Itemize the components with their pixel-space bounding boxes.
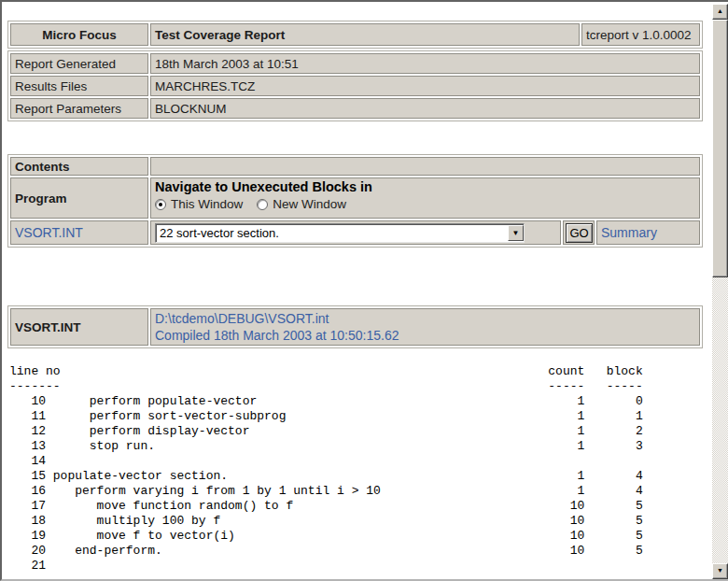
program-row: Program Navigate to Unexecuted Blocks in… [10, 177, 700, 219]
radio-new-window[interactable] [257, 199, 268, 210]
contents-bar-filler [150, 157, 700, 176]
arrow-down-icon: ▼ [717, 567, 723, 574]
page-title: Test Coverage Report [150, 23, 580, 46]
table-row: Report Parameters BLOCKNUM [10, 98, 700, 119]
program-nav-row: VSORT.INT 22 sort-vector section. ▼ GO S… [10, 220, 700, 245]
brand-logo: Micro Focus [10, 23, 148, 46]
program-section-row: VSORT.INT D:\tcdemo\DEBUG\VSORT.int Comp… [10, 308, 700, 346]
contents-table: Contents Program Navigate to Unexecuted … [7, 154, 703, 248]
program-link[interactable]: VSORT.INT [15, 225, 83, 240]
radio-new-window-label[interactable]: New Window [273, 197, 346, 211]
code-listing: line no count block ------- ----- ----- … [9, 364, 712, 574]
summary-cell: Summary [596, 220, 700, 245]
contents-bar-row: Contents [10, 157, 700, 176]
arrow-up-icon: ▲ [717, 7, 723, 14]
program-compiled-label: Compiled 18th March 2003 at 10:50:15.62 [155, 327, 695, 344]
version-label: tcreport v 1.0.0002 [581, 23, 700, 46]
block-select[interactable]: 22 sort-vector section. ▼ [155, 223, 525, 243]
report-generated-label: Report Generated [10, 53, 148, 74]
report-header-table: Micro Focus Test Coverage Report tcrepor… [7, 21, 703, 49]
program-column-heading: Program [10, 177, 148, 219]
program-link-cell: VSORT.INT [10, 220, 148, 245]
table-row: Report Generated 18th March 2003 at 10:5… [10, 53, 700, 74]
report-window: Micro Focus Test Coverage Report tcrepor… [0, 0, 728, 581]
results-files-label: Results Files [10, 76, 148, 96]
go-cell: GO [563, 220, 595, 245]
contents-heading: Contents [10, 157, 148, 176]
table-row: Results Files MARCHRES.TCZ [10, 76, 700, 96]
radio-this-window[interactable] [155, 199, 166, 210]
scroll-down-button[interactable]: ▼ [712, 563, 728, 579]
scroll-up-button[interactable]: ▲ [712, 4, 728, 20]
results-files-value: MARCHRES.TCZ [150, 76, 700, 96]
report-parameters-label: Report Parameters [10, 98, 148, 119]
block-select-cell: 22 sort-vector section. ▼ [150, 220, 561, 245]
radio-this-window-label[interactable]: This Window [171, 197, 243, 211]
summary-link[interactable]: Summary [601, 225, 657, 240]
report-parameters-value: BLOCKNUM [150, 98, 700, 119]
block-select-value: 22 sort-vector section. [160, 226, 279, 240]
go-button[interactable]: GO [566, 223, 593, 243]
vertical-scrollbar[interactable]: ▲ ▼ [712, 4, 728, 579]
program-section-name: VSORT.INT [10, 308, 148, 346]
header-row: Micro Focus Test Coverage Report tcrepor… [10, 23, 700, 46]
scrollbar-thumb[interactable] [712, 20, 728, 277]
navigate-heading: Navigate to Unexecuted Blocks in [155, 179, 695, 194]
navigate-cell: Navigate to Unexecuted Blocks in This Wi… [150, 177, 700, 219]
program-path-link[interactable]: D:\tcdemo\DEBUG\VSORT.int [155, 310, 695, 327]
program-section-table: VSORT.INT D:\tcdemo\DEBUG\VSORT.int Comp… [7, 305, 703, 348]
program-section-info: D:\tcdemo\DEBUG\VSORT.int Compiled 18th … [150, 308, 700, 346]
dropdown-arrow-icon[interactable]: ▼ [508, 225, 524, 241]
report-generated-value: 18th March 2003 at 10:51 [150, 53, 700, 74]
window-target-radio-group: This Window New Window [155, 197, 695, 211]
report-info-table: Report Generated 18th March 2003 at 10:5… [7, 50, 703, 121]
page-content: Micro Focus Test Coverage Report tcrepor… [2, 2, 712, 579]
